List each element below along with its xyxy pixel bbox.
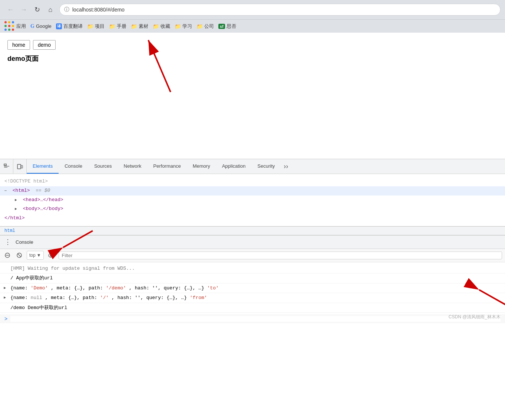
eye-icon[interactable] (47, 251, 56, 260)
bookmark-material[interactable]: 📁 素材 (131, 23, 148, 30)
from-meta: , meta: {…}, path: (45, 295, 100, 301)
info-icon: ⓘ (64, 6, 69, 13)
console-drawer: ⋮ Console (0, 235, 505, 324)
devtools-tabs: Elements Console Sources Network Perform… (27, 159, 505, 174)
from-path-val: '/' (100, 295, 109, 301)
doctype-text: <!DOCTYPE html> (4, 178, 48, 184)
page-content: home demo demo页面 (0, 33, 505, 159)
material-label: 素材 (139, 23, 148, 30)
svg-line-12 (18, 254, 21, 257)
console-drawer-header: ⋮ Console (0, 236, 505, 249)
tab-memory[interactable]: Memory (187, 159, 216, 174)
svg-rect-5 (17, 164, 21, 169)
page-title: demo页面 (7, 54, 498, 63)
head-tag: <head>…</head> (23, 197, 63, 203)
breadcrumb-html[interactable]: html (4, 228, 15, 233)
from-name-val: null (31, 295, 42, 301)
tab-sources[interactable]: Sources (88, 159, 118, 174)
device-toggle-icon[interactable] (13, 159, 27, 174)
tab-network[interactable]: Network (118, 159, 148, 174)
console-prompt: > (4, 316, 7, 322)
translate-icon: 译 (56, 23, 62, 29)
folder-icon-6: 📁 (197, 23, 203, 29)
page-nav-buttons: home demo (7, 40, 498, 50)
bookmark-translate[interactable]: 译 百度翻译 (56, 23, 83, 30)
to-prefix: {name: (10, 285, 31, 291)
folder-icon-4: 📁 (153, 23, 159, 29)
bookmark-segmentfault[interactable]: sf 思否 (218, 23, 236, 30)
console-line-to[interactable]: ► {name: 'Demo' , meta: {…}, path: '/dem… (0, 283, 505, 293)
from-expand-icon[interactable]: ► (4, 295, 6, 301)
bookmark-project[interactable]: 📁 项目 (87, 23, 105, 30)
folder-icon: 📁 (87, 23, 93, 29)
inspector-icon[interactable] (0, 159, 13, 174)
back-button[interactable]: ← (4, 4, 16, 16)
reload-button[interactable]: ↻ (31, 4, 43, 16)
google-label: Google (36, 23, 52, 29)
tab-elements[interactable]: Elements (27, 159, 59, 174)
nav-buttons: ← → ↻ ⌂ (4, 4, 56, 16)
to-expand-icon[interactable]: ► (4, 285, 6, 291)
to-hash: , hash: '', query: {…}, …} (129, 285, 207, 291)
close-html-tag: </html> (4, 215, 25, 221)
console-input[interactable] (10, 316, 501, 322)
console-filter-input[interactable] (59, 252, 502, 259)
dom-head[interactable]: ► <head>…</head> (0, 196, 505, 205)
to-path-val: '/demo' (106, 285, 126, 291)
more-tabs-button[interactable]: ›› (281, 159, 291, 174)
bookmark-company[interactable]: 📁 公司 (197, 23, 214, 30)
from-prefix: {name: (10, 295, 31, 301)
bookmark-google[interactable]: G Google (30, 23, 52, 29)
manual-label: 手册 (117, 23, 126, 30)
translate-label: 百度翻译 (63, 23, 83, 30)
bookmark-study[interactable]: 📁 学习 (175, 23, 192, 30)
dom-doctype[interactable]: <!DOCTYPE html> (0, 177, 505, 186)
log-level-chevron: ▼ (37, 253, 41, 258)
tab-performance[interactable]: Performance (147, 159, 187, 174)
to-meta: , meta: {…}, path: (51, 285, 106, 291)
to-name-val: 'Demo' (31, 285, 48, 291)
from-label: 'from' (190, 295, 207, 301)
console-line-demo-url: /demo Demo中获取的url (0, 303, 505, 313)
study-label: 学习 (182, 23, 192, 30)
bookmark-manual[interactable]: 📁 手册 (109, 23, 126, 30)
drawer-menu-icon[interactable]: ⋮ (4, 238, 11, 246)
block-icon[interactable] (15, 251, 24, 260)
sf-label: 思否 (227, 23, 236, 30)
dom-html[interactable]: ⋯ <html> == $0 (0, 186, 505, 196)
company-label: 公司 (204, 23, 214, 30)
dom-body[interactable]: ► <body>…</body> (0, 204, 505, 214)
html-tag: <html> (13, 188, 30, 193)
to-label: 'to' (207, 285, 219, 291)
tab-console[interactable]: Console (59, 159, 88, 174)
demo-nav-button[interactable]: demo (33, 40, 56, 50)
dom-breadcrumb: html (0, 226, 505, 235)
dollar-zero: == $0 (33, 188, 50, 193)
log-level-label: top (29, 253, 36, 258)
svg-rect-2 (4, 164, 6, 165)
tab-security[interactable]: Security (251, 159, 281, 174)
google-icon: G (30, 23, 34, 29)
clear-console-button[interactable] (3, 251, 12, 260)
browser-chrome: ← → ↻ ⌂ ⓘ localhost:8080/#/demo (0, 0, 505, 19)
folder-icon-3: 📁 (131, 23, 137, 29)
expand-triangle[interactable]: ⋯ (4, 188, 10, 194)
body-triangle[interactable]: ► (15, 206, 20, 212)
project-label: 项目 (95, 23, 105, 30)
address-bar[interactable]: ⓘ localhost:8080/#/demo (59, 4, 501, 16)
console-line-hmr: [HMR] Waiting for update signal from WDS… (0, 264, 505, 274)
console-input-area: > (0, 314, 505, 323)
hmr-text: [HMR] Waiting for update signal from WDS… (10, 266, 135, 271)
dom-panel: <!DOCTYPE html> ⋯ <html> == $0 ► <head>…… (0, 174, 505, 226)
tab-application[interactable]: Application (216, 159, 252, 174)
dom-close-html[interactable]: </html> (0, 214, 505, 223)
forward-button[interactable]: → (18, 4, 30, 16)
head-triangle[interactable]: ► (15, 197, 20, 203)
home-button[interactable]: ⌂ (44, 4, 56, 16)
bookmark-apps[interactable]: 应用 (4, 21, 26, 32)
home-nav-button[interactable]: home (7, 40, 30, 50)
log-level-button[interactable]: top ▼ (27, 251, 44, 260)
console-line-from[interactable]: ► {name: null , meta: {…}, path: '/' , h… (0, 293, 505, 303)
console-output: [HMR] Waiting for update signal from WDS… (0, 262, 505, 315)
bookmark-favorites[interactable]: 📁 收藏 (153, 23, 170, 30)
